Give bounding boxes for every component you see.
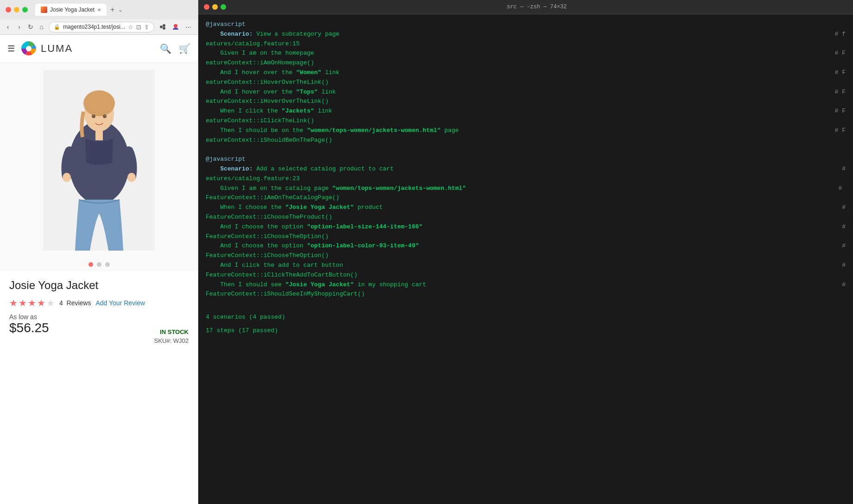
terminal-line: eatureContext::iHoverOverTheLink() (206, 78, 846, 88)
at-javascript: @javascript (206, 20, 246, 30)
minimize-button[interactable] (14, 7, 19, 13)
terminal-maximize-button[interactable] (221, 4, 226, 10)
luma-logo-image (20, 40, 37, 57)
terminal-line: Then I should see "Josie Yoga Jacket" in… (206, 280, 846, 290)
terminal-line: Scenario: View a subcategory page # f (206, 30, 846, 39)
product-image (44, 70, 155, 251)
tab-bar: Josie Yoga Jacket ✕ + ⌄ (32, 4, 126, 16)
cart-icon[interactable]: 🛒 (179, 43, 190, 54)
back-button[interactable]: ‹ (4, 21, 12, 32)
browser-tab-active[interactable]: Josie Yoga Jacket ✕ (35, 4, 107, 16)
terminal-line: @javascript (206, 20, 846, 30)
terminal-line: When I choose the "Josie Yoga Jacket" pr… (206, 203, 846, 213)
terminal-minimize-button[interactable] (212, 4, 218, 10)
terminal-close-button[interactable] (204, 4, 209, 10)
svg-rect-10 (95, 130, 103, 140)
svg-point-1 (163, 24, 165, 27)
terminal-line: eatures/catalog.feature:23 (206, 174, 846, 184)
reader-icon[interactable]: ⊡ (136, 24, 141, 31)
terminal-line: eatureContext::iShouldBeOnThePage() (206, 136, 846, 145)
star-1: ★ (9, 297, 18, 309)
terminal-line: eatureContext::iHoverOverTheLink() (206, 97, 846, 107)
star-rating: ★ ★ ★ ★ ★ (9, 297, 55, 309)
search-icon[interactable]: 🔍 (160, 43, 171, 54)
price-row: As low as $56.25 IN STOCK (9, 313, 189, 335)
svg-point-14 (103, 114, 107, 118)
close-button[interactable] (6, 7, 11, 13)
sku-label: SKU#: (154, 337, 172, 344)
tab-expand-icon[interactable]: ⌄ (118, 6, 123, 13)
carousel-dot-1[interactable] (88, 262, 93, 267)
rating-row: ★ ★ ★ ★ ★ 4 Reviews Add Your Review (9, 297, 189, 309)
browser-chrome: Josie Yoga Jacket ✕ + ⌄ ‹ › ↻ ⌂ 🔒 magent… (0, 0, 198, 35)
in-stock-badge: IN STOCK (160, 328, 189, 335)
terminal-line: FeatureContext::iChooseTheOption() (206, 251, 846, 261)
svg-point-11 (63, 173, 71, 182)
carousel-dots (0, 258, 198, 271)
terminal-summary-steps: 17 steps ( 17 passed ) (206, 326, 846, 336)
terminal-line: When I click the "Jackets" link # F (206, 107, 846, 116)
reviews-count: 4 Reviews (59, 299, 91, 307)
luma-wordmark: LUMA (41, 43, 73, 55)
product-image-area (0, 63, 198, 258)
svg-point-2 (163, 27, 165, 30)
star-3: ★ (28, 297, 36, 309)
terminal-line: FeatureContext::iShouldSeeInMyShoppingCa… (206, 290, 846, 299)
price-label: As low as (9, 313, 49, 321)
terminal-line: Scenario: Add a selected catalog product… (206, 164, 846, 174)
maximize-button[interactable] (22, 7, 28, 13)
terminal-line: FeatureContext::iClickTheAddToCartButton… (206, 271, 846, 280)
sku-row: SKU#: WJ02 (9, 337, 189, 344)
terminal-line: @javascript (206, 155, 846, 164)
header-icons: 🔍 🛒 (160, 43, 190, 54)
carousel-dot-3[interactable] (105, 262, 110, 267)
address-bar[interactable]: 🔒 magento234p1.test/josi... ☆ ⊡ ⇧ (49, 22, 154, 32)
svg-point-9 (83, 90, 115, 116)
terminal-line: And I choose the option "option-label-co… (206, 241, 846, 251)
terminal-line: eatureContext::iAmOnHomepage() (206, 58, 846, 68)
menu-icon[interactable]: ⋯ (183, 21, 194, 32)
tab-favicon (41, 6, 47, 13)
svg-point-5 (26, 46, 32, 51)
browser-title-bar: Josie Yoga Jacket ✕ + ⌄ (0, 0, 198, 19)
terminal-line: FeatureContext::iChooseTheOption() (206, 232, 846, 242)
terminal-content[interactable]: @javascript Scenario: View a subcategory… (198, 14, 853, 504)
tab-close-icon[interactable]: ✕ (97, 7, 101, 13)
terminal-line: Given I am on the catalog page "women/to… (206, 184, 846, 194)
terminal-line: And I click the add to cart button # (206, 261, 846, 271)
terminal-panel: src — -zsh — 74×32 @javascript Scenario:… (198, 0, 853, 504)
product-title: Josie Yoga Jacket (9, 279, 189, 292)
star-2: ★ (19, 297, 27, 309)
star-5: ★ (46, 297, 55, 309)
profile-icon[interactable] (170, 21, 181, 32)
svg-point-12 (127, 173, 136, 182)
terminal-blank-line (206, 145, 846, 155)
star-4: ★ (37, 297, 45, 309)
share-icon[interactable]: ⇧ (144, 24, 149, 31)
terminal-line: Then I should be on the "women/tops-wome… (206, 126, 846, 136)
extensions-icon[interactable] (157, 21, 168, 32)
product-info: Josie Yoga Jacket ★ ★ ★ ★ ★ 4 Reviews Ad… (0, 271, 198, 352)
add-review-link[interactable]: Add Your Review (95, 299, 145, 307)
terminal-title-bar: src — -zsh — 74×32 (198, 0, 853, 14)
window-controls (6, 7, 28, 13)
price-left: As low as $56.25 (9, 313, 49, 335)
luma-header: ☰ LU (0, 35, 198, 63)
bookmark-icon[interactable]: ☆ (128, 24, 133, 31)
terminal-line: And I hover over the "Women" link # F (206, 68, 846, 78)
terminal-controls (204, 4, 226, 10)
terminal-line: And I hover over the "Tops" link # F (206, 88, 846, 97)
ssl-lock-icon: 🔒 (54, 24, 60, 30)
hamburger-menu-icon[interactable]: ☰ (7, 44, 15, 54)
url-text: magento234p1.test/josi... (63, 24, 125, 30)
terminal-title: src — -zsh — 74×32 (226, 4, 847, 10)
terminal-line: eatures/catalog.feature:15 (206, 39, 846, 49)
browser-nav: ‹ › ↻ ⌂ 🔒 magento234p1.test/josi... ☆ ⊡ … (0, 19, 198, 34)
carousel-dot-2[interactable] (97, 262, 101, 267)
forward-button[interactable]: › (15, 21, 23, 32)
browser-panel: Josie Yoga Jacket ✕ + ⌄ ‹ › ↻ ⌂ 🔒 magent… (0, 0, 198, 504)
reload-button[interactable]: ↻ (26, 21, 34, 32)
home-button[interactable]: ⌂ (38, 21, 46, 32)
terminal-line: And I choose the option "option-label-si… (206, 222, 846, 232)
new-tab-button[interactable]: + (108, 6, 116, 14)
